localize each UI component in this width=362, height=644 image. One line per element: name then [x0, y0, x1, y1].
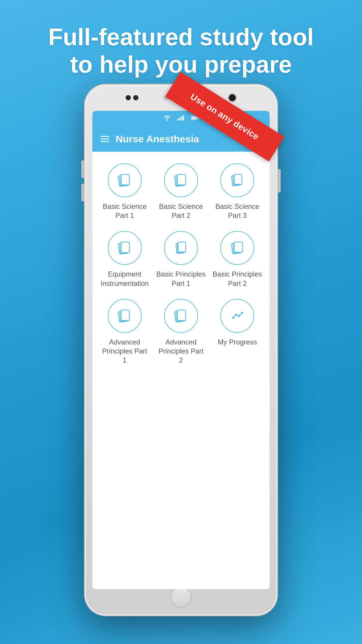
power-button[interactable] [278, 169, 281, 192]
basic-science-3-icon [220, 163, 254, 197]
volume-down-button[interactable] [81, 184, 84, 201]
grid-item-my-progress[interactable]: My Progress [210, 295, 264, 370]
basic-science-3-label: Basic SciencePart 3 [215, 202, 259, 220]
svg-rect-29 [121, 310, 129, 321]
hero-line1: Full-featured study tool [48, 23, 314, 51]
grid-item-basic-science-1[interactable]: Basic SciencePart 1 [98, 160, 152, 225]
basic-science-1-label: Basic SciencePart 1 [103, 202, 147, 220]
svg-rect-20 [121, 242, 129, 253]
basic-science-2-label: Basic SciencePart 2 [159, 202, 203, 220]
grid-item-basic-science-2[interactable]: Basic SciencePart 2 [154, 160, 208, 225]
menu-button[interactable] [101, 136, 109, 142]
front-sensor-1 [126, 95, 131, 100]
advanced-1-label: AdvancedPrinciples Part 1 [99, 337, 150, 365]
grid-item-advanced-1[interactable]: AdvancedPrinciples Part 1 [98, 295, 152, 370]
equipment-icon [108, 231, 142, 265]
basic-science-2-icon [164, 163, 198, 197]
grid-item-equipment[interactable]: EquipmentInstrumentation [98, 228, 152, 292]
study-grid: Basic SciencePart 1 Basic SciencePart 2 [92, 152, 270, 377]
grid-item-basic-science-3[interactable]: Basic SciencePart 3 [210, 160, 264, 225]
basic-principles-1-icon [164, 231, 198, 265]
advanced-2-label: AdvancedPrinciples Part 2 [156, 337, 206, 365]
svg-rect-23 [178, 242, 186, 252]
front-sensor-2 [133, 95, 138, 100]
basic-principles-2-icon [220, 231, 254, 265]
basic-principles-2-label: Basic PrinciplesPart 2 [213, 270, 262, 288]
svg-rect-14 [178, 174, 186, 185]
grid-item-advanced-2[interactable]: AdvancedPrinciples Part 2 [154, 295, 208, 370]
phone-screen: Nurse Anesthesia [92, 111, 270, 589]
svg-point-0 [166, 119, 168, 120]
home-button[interactable] [171, 587, 191, 608]
signal-icon [177, 115, 185, 123]
basic-science-1-icon [108, 163, 142, 197]
svg-rect-17 [234, 174, 242, 184]
progress-label: My Progress [218, 337, 257, 346]
progress-icon [220, 299, 254, 333]
svg-rect-1 [178, 119, 179, 120]
grid-item-basic-principles-2[interactable]: Basic PrinciplesPart 2 [210, 228, 264, 292]
wifi-icon [163, 115, 171, 123]
svg-rect-4 [183, 115, 184, 120]
hero-text: Full-featured study tool to help you pre… [25, 23, 337, 78]
basic-principles-1-label: Basic PrinciplesPart 1 [156, 270, 205, 288]
app-title: Nurse Anesthesia [116, 133, 242, 145]
advanced-1-icon [108, 299, 142, 333]
advanced-2-icon [164, 299, 198, 333]
svg-rect-26 [234, 242, 242, 252]
equipment-label: EquipmentInstrumentation [101, 270, 149, 288]
svg-rect-11 [121, 174, 129, 185]
svg-rect-32 [178, 310, 186, 321]
svg-rect-7 [192, 117, 196, 119]
volume-up-button[interactable] [81, 160, 84, 178]
camera [228, 94, 236, 102]
svg-rect-3 [181, 116, 182, 120]
phone-mockup: Use on any device [85, 85, 277, 615]
grid-item-basic-principles-1[interactable]: Basic PrinciplesPart 1 [154, 228, 208, 292]
svg-rect-2 [179, 118, 180, 120]
